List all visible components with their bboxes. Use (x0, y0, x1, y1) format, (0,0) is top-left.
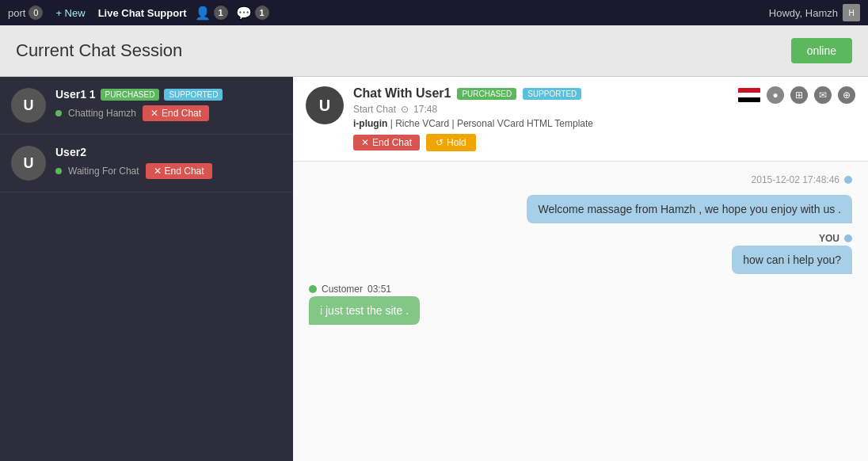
customer-label: Customer 03:51 (309, 284, 391, 295)
sidebar-badge-supported-0: SUPPORTED (164, 89, 223, 101)
chat-avatar: U (306, 86, 344, 124)
messages-icon: 💬 (236, 6, 252, 21)
customer-name: Customer (322, 284, 363, 295)
start-chat-label: Start Chat (353, 104, 396, 115)
end-chat-button[interactable]: ✕ End Chat (353, 135, 420, 150)
sidebar-status-dot-1 (55, 168, 62, 174)
sidebar-user-info-0: User1 1 PURCHASED SUPPORTED Chatting Ham… (55, 88, 282, 121)
you-bubble: how can i help you? (732, 246, 852, 274)
x-icon-main: ✕ (361, 137, 369, 148)
messages-area[interactable]: 2015-12-02 17:48:46 Welcome massage from… (293, 162, 868, 461)
chrome-icon[interactable]: ● (767, 86, 784, 104)
online-button[interactable]: online (791, 38, 852, 63)
main-layout: U User1 1 PURCHASED SUPPORTED Chatting H… (0, 77, 868, 461)
web-icon[interactable]: ⊕ (838, 86, 855, 104)
sidebar-user-name-0: User1 1 (55, 88, 96, 101)
chat-actions: ✕ End Chat ↺ Hold (353, 134, 729, 151)
howdy-label: Howdy, Hamzh (769, 7, 838, 19)
message-agent-0: Welcome massage from Hamzh , we hope you… (309, 195, 852, 223)
flag-egypt (738, 88, 760, 102)
sidebar-avatar-0: U (11, 88, 46, 123)
chat-panel: U Chat With User1 PURCHASED SUPPORTED St… (293, 77, 868, 461)
product-name: i-plugin (353, 118, 387, 129)
message-timestamp-0: 2015-12-02 17:48:46 (309, 174, 852, 185)
x-icon: ✕ (150, 108, 158, 119)
sidebar-user-card-0[interactable]: U User1 1 PURCHASED SUPPORTED Chatting H… (0, 77, 293, 135)
nav-port-label: port (8, 7, 25, 19)
message-customer-0: Customer 03:51 i just test the site . (309, 284, 852, 325)
chat-badge-purchased: PURCHASED (457, 88, 516, 100)
sidebar-user-info-1: User2 Waiting For Chat ✕ End Chat (55, 146, 282, 179)
sidebar: U User1 1 PURCHASED SUPPORTED Chatting H… (0, 77, 293, 461)
refresh-icon: ↺ (436, 137, 444, 148)
chat-icons: ● ⊞ ✉ ⊕ (738, 86, 855, 104)
start-time: 17:48 (413, 104, 437, 115)
mail-icon[interactable]: ✉ (814, 86, 832, 104)
customer-time: 03:51 (367, 284, 391, 295)
agent-bubble: Welcome massage from Hamzh , we hope you… (527, 195, 852, 223)
sidebar-status-text-0: Chatting Hamzh (68, 108, 136, 119)
nav-port: port 0 (8, 6, 43, 20)
messages-count: 1 (255, 6, 269, 20)
page-header: Current Chat Session online (0, 25, 868, 77)
sidebar-status-dot-0 (55, 110, 62, 116)
agents-count: 1 (214, 6, 228, 20)
nav-badge: 0 (29, 6, 43, 20)
hold-button[interactable]: ↺ Hold (426, 134, 476, 151)
user-avatar-sm: H (843, 4, 860, 21)
page-title: Current Chat Session (16, 40, 182, 61)
chat-meta: Start Chat ⊙ 17:48 (353, 104, 729, 115)
x-icon-1: ✕ (154, 166, 162, 177)
agents-icon: 👤 (195, 6, 211, 21)
sidebar-user-card-1[interactable]: U User2 Waiting For Chat ✕ End Chat (0, 135, 293, 192)
chat-product: i-plugin | Riche VCard | Personal VCard … (353, 118, 729, 129)
clock-icon: ⊙ (401, 104, 409, 115)
chat-badge-supported: SUPPORTED (523, 88, 581, 100)
sidebar-badge-purchased-0: PURCHASED (101, 89, 160, 101)
chat-header: U Chat With User1 PURCHASED SUPPORTED St… (293, 77, 868, 162)
top-nav: port 0 + New Live Chat Support 👤 1 💬 1 H… (0, 0, 868, 25)
nav-new-button[interactable]: + New (55, 7, 85, 19)
chat-title: Chat With User1 (353, 86, 451, 101)
message-you-0: YOU how can i help you? (309, 233, 852, 274)
nav-live-chat: Live Chat Support 👤 1 💬 1 (98, 6, 269, 21)
product-detail: Riche VCard | Personal VCard HTML Templa… (395, 118, 593, 129)
sidebar-status-text-1: Waiting For Chat (68, 166, 139, 177)
you-dot (844, 234, 852, 242)
chat-header-info: Chat With User1 PURCHASED SUPPORTED Star… (353, 86, 729, 151)
user-menu[interactable]: Howdy, Hamzh H (769, 4, 860, 21)
timestamp-text: 2015-12-02 17:48:46 (752, 174, 839, 185)
customer-status-dot (309, 285, 317, 293)
sidebar-avatar-1: U (11, 146, 46, 181)
you-label: YOU (819, 233, 852, 244)
sidebar-end-chat-btn-0[interactable]: ✕ End Chat (143, 105, 209, 121)
sidebar-end-chat-btn-1[interactable]: ✕ End Chat (146, 163, 212, 179)
customer-bubble: i just test the site . (309, 296, 420, 325)
timestamp-dot (844, 176, 852, 184)
windows-icon[interactable]: ⊞ (790, 86, 808, 104)
sidebar-user-name-1: User2 (55, 146, 86, 158)
